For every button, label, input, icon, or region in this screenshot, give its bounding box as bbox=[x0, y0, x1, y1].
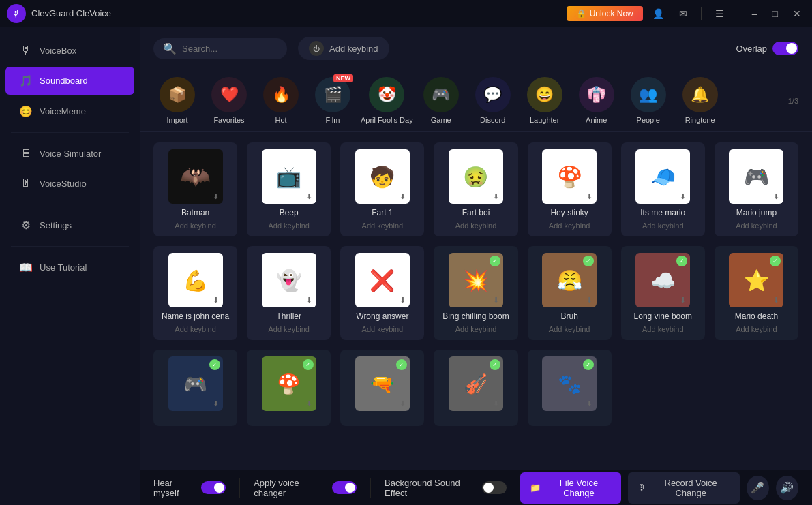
mic-button[interactable]: 🎤 bbox=[747, 476, 769, 500]
sound-card-fart1[interactable]: 🧒 ⬇ Fart 1 Add keybind bbox=[340, 142, 424, 236]
category-april[interactable]: 🤡 April Fool's Day bbox=[361, 77, 413, 124]
sound-keybind-mariojump[interactable]: Add keybind bbox=[736, 221, 777, 230]
sound-keybind-johncena[interactable]: Add keybind bbox=[175, 325, 216, 333]
sidebar-divider-3 bbox=[11, 246, 129, 247]
sound-name-mariodeath: Mario death bbox=[735, 311, 778, 321]
category-people[interactable]: 👥 People bbox=[625, 77, 672, 124]
mail-icon[interactable]: ✉ bbox=[675, 7, 691, 20]
sound-thumb-beep: 📺 ⬇ bbox=[262, 149, 316, 204]
sound-name-heystinky: Hey stinky bbox=[550, 208, 588, 217]
sound-keybind-beep[interactable]: Add keybind bbox=[268, 221, 310, 230]
sound-name-fart1: Fart 1 bbox=[372, 208, 393, 217]
category-bar: 📦 Import ❤️ Favorites 🔥 Hot 🎬 NEW Film 🤡 bbox=[140, 70, 812, 132]
download-icon: ⬇ bbox=[493, 399, 499, 408]
sound-thumb-mariojump: 🎮 ⬇ bbox=[729, 149, 783, 204]
overlap-toggle[interactable] bbox=[772, 42, 798, 55]
sound-keybind-heystinky[interactable]: Add keybind bbox=[549, 221, 590, 230]
speaker-button[interactable]: 🔊 bbox=[776, 476, 798, 500]
sound-keybind-fart1[interactable]: Add keybind bbox=[362, 221, 404, 230]
search-input[interactable] bbox=[182, 44, 277, 54]
sound-card-bruh[interactable]: 😤 ✓ ⬇ Bruh Add keybind bbox=[528, 246, 612, 340]
game-icon: 🎮 bbox=[423, 77, 459, 112]
sound-card-johncena[interactable]: 💪 ⬇ Name is john cena Add keybind bbox=[153, 246, 237, 340]
sound-thumb-game1: 🎮 ✓ ⬇ bbox=[168, 356, 223, 411]
sound-card-itsmemario[interactable]: 🧢 ⬇ Its me mario Add keybind bbox=[621, 142, 705, 236]
sound-thumb-mariorun: 🍄 ✓ ⬇ bbox=[262, 356, 316, 411]
category-game[interactable]: 🎮 Game bbox=[417, 77, 465, 124]
titlebar: 🎙 ClevGuard CleVoice 🔒 Unlock Now 👤 ✉ ☰ … bbox=[0, 0, 812, 27]
close-button[interactable]: ✕ bbox=[789, 7, 805, 20]
file-voice-change-button[interactable]: 📁 File Voice Change bbox=[520, 472, 620, 504]
sound-card-heystinky[interactable]: 🍄 ⬇ Hey stinky Add keybind bbox=[528, 142, 612, 236]
apply-voice-changer-toggle[interactable] bbox=[332, 481, 357, 494]
sidebar-item-soundboard[interactable]: 🎵 Soundboard bbox=[5, 67, 134, 95]
sound-card-mariodeath[interactable]: ⭐ ✓ ⬇ Mario death Add keybind bbox=[715, 246, 798, 340]
category-import[interactable]: 📦 Import bbox=[153, 77, 201, 124]
category-label-film: Film bbox=[326, 116, 340, 124]
sound-card-wronganswer[interactable]: ❌ ⬇ Wrong answer Add keybind bbox=[340, 246, 424, 340]
sidebar-item-tutorial[interactable]: 📖 Use Tutorial bbox=[5, 254, 134, 281]
sound-keybind-bingchilling[interactable]: Add keybind bbox=[455, 325, 497, 333]
sound-thumb-johncena: 💪 ⬇ bbox=[168, 253, 223, 307]
sound-thumb-bingchilling: 💥 ✓ ⬇ bbox=[449, 253, 503, 307]
sound-card-fartboi[interactable]: 🤢 ⬇ Fart boi Add keybind bbox=[434, 142, 517, 236]
sound-card-thriller[interactable]: 👻 ⬇ Thriller Add keybind bbox=[247, 246, 331, 340]
category-ringtone[interactable]: 🔔 Ringtone bbox=[676, 77, 724, 124]
sound-keybind-wronganswer[interactable]: Add keybind bbox=[362, 325, 404, 333]
sidebar-item-voicememe[interactable]: 😊 VoiceMeme bbox=[5, 97, 134, 125]
search-box[interactable]: 🔍 bbox=[153, 38, 287, 59]
sidebar-item-voicesimulator[interactable]: 🖥 Voice Simulator bbox=[5, 140, 134, 167]
category-anime[interactable]: 👘 Anime bbox=[573, 77, 620, 124]
hear-myself-label: Hear myself bbox=[153, 478, 196, 498]
category-film[interactable]: 🎬 NEW Film bbox=[309, 77, 357, 124]
sound-keybind-bruh[interactable]: Add keybind bbox=[549, 325, 590, 333]
maximize-button[interactable]: □ bbox=[768, 7, 782, 20]
hear-myself-toggle[interactable] bbox=[201, 481, 226, 494]
sidebar-item-voicestudio[interactable]: 🎚 VoiceStudio bbox=[5, 170, 134, 197]
sound-keybind-itsmemario[interactable]: Add keybind bbox=[642, 221, 684, 230]
sound-keybind-longvineboom[interactable]: Add keybind bbox=[642, 325, 684, 333]
app-title: ClevGuard CleVoice bbox=[31, 8, 567, 18]
ringtone-icon: 🔔 bbox=[682, 77, 718, 112]
category-laughter[interactable]: 😄 Laughter bbox=[521, 77, 569, 124]
add-keybind-button[interactable]: ⏻ Add keybind bbox=[298, 37, 389, 60]
check-badge: ✓ bbox=[770, 256, 781, 266]
sound-name-bruh: Bruh bbox=[560, 311, 577, 321]
record-voice-change-button[interactable]: 🎙 Record Voice Change bbox=[628, 472, 740, 504]
bg-sound-section: Background Sound Effect bbox=[385, 478, 507, 498]
sidebar-label-voicebox: VoiceBox bbox=[40, 46, 76, 56]
menu-icon[interactable]: ☰ bbox=[711, 7, 728, 20]
sound-card-paw[interactable]: 🐾 ✓ ⬇ bbox=[528, 350, 612, 426]
minimize-button[interactable]: – bbox=[748, 7, 762, 20]
sound-keybind-thriller[interactable]: Add keybind bbox=[268, 325, 310, 333]
sound-keybind-mariodeath[interactable]: Add keybind bbox=[736, 325, 777, 333]
sound-card-batman[interactable]: 🦇 ⬇ Batman Add keybind bbox=[153, 142, 237, 236]
sound-card-bingchilling[interactable]: 💥 ✓ ⬇ Bing chilling boom Add keybind bbox=[434, 246, 517, 340]
sound-card-gun[interactable]: 🔫 ✓ ⬇ bbox=[340, 350, 424, 426]
category-favorites[interactable]: ❤️ Favorites bbox=[205, 77, 253, 124]
window-controls: 👤 ✉ ☰ – □ ✕ bbox=[648, 7, 805, 20]
sound-keybind-batman[interactable]: Add keybind bbox=[175, 221, 216, 230]
category-discord[interactable]: 💬 Discord bbox=[469, 77, 517, 124]
sound-thumb-paw: 🐾 ✓ ⬇ bbox=[542, 356, 597, 411]
bg-sound-toggle[interactable] bbox=[482, 481, 507, 494]
sidebar-label-voicememe: VoiceMeme bbox=[40, 106, 86, 117]
download-icon: ⬇ bbox=[586, 399, 592, 408]
sound-card-mariojump[interactable]: 🎮 ⬇ Mario jump Add keybind bbox=[715, 142, 798, 236]
sidebar-item-voicebox[interactable]: 🎙 VoiceBox bbox=[5, 37, 134, 64]
sound-card-beep[interactable]: 📺 ⬇ Beep Add keybind bbox=[247, 142, 331, 236]
sidebar-item-settings[interactable]: ⚙ Settings bbox=[5, 211, 134, 239]
unlock-button[interactable]: 🔒 Unlock Now bbox=[567, 6, 643, 21]
sound-thumb-fart1: 🧒 ⬇ bbox=[355, 149, 410, 204]
user-icon[interactable]: 👤 bbox=[648, 7, 668, 20]
download-icon: ⬇ bbox=[773, 192, 779, 201]
sound-card-longvineboom[interactable]: ☁️ ✓ ⬇ Long vine boom Add keybind bbox=[621, 246, 705, 340]
category-label-import: Import bbox=[166, 116, 187, 124]
sound-keybind-fartboi[interactable]: Add keybind bbox=[455, 221, 497, 230]
check-badge: ✓ bbox=[490, 359, 500, 370]
sound-card-game1[interactable]: 🎮 ✓ ⬇ bbox=[153, 350, 237, 426]
add-keybind-label: Add keybind bbox=[329, 44, 378, 54]
category-hot[interactable]: 🔥 Hot bbox=[257, 77, 305, 124]
sound-card-violin[interactable]: 🎻 ✓ ⬇ bbox=[434, 350, 517, 426]
sound-card-mariorun[interactable]: 🍄 ✓ ⬇ bbox=[247, 350, 331, 426]
